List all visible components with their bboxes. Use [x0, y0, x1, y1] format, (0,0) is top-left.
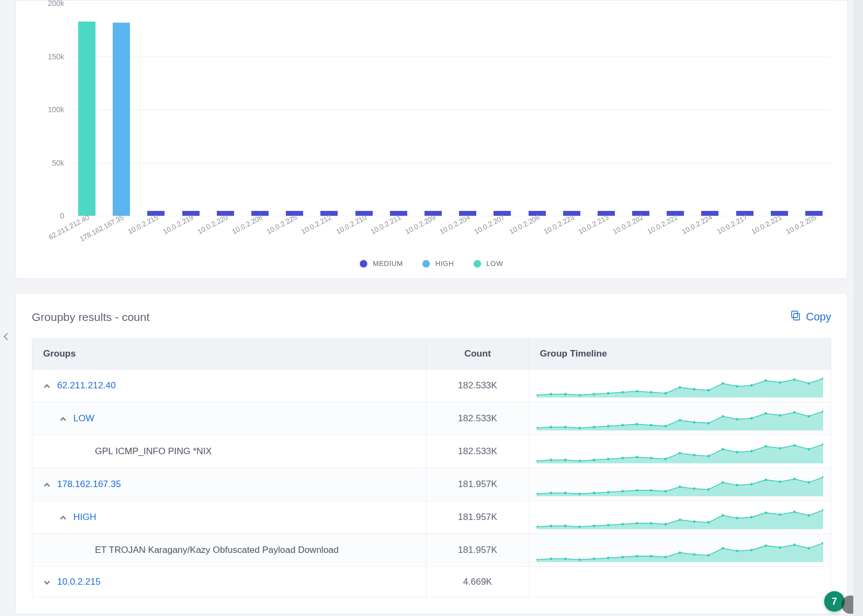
panel-collapse-handle[interactable]: [1, 329, 11, 344]
bar-group[interactable]: 10.0.2.219: [174, 3, 208, 216]
legend-item-low[interactable]: LOW: [474, 259, 503, 268]
bar-group[interactable]: 10.0.2.204: [450, 3, 485, 216]
chevron-up-icon[interactable]: [43, 382, 51, 389]
svg-point-71: [621, 490, 624, 492]
svg-point-51: [636, 456, 638, 458]
svg-point-62: [793, 444, 796, 447]
bar-group[interactable]: 10.0.2.217: [728, 3, 762, 216]
x-tick: 10.0.2.206: [508, 213, 540, 236]
bar-group[interactable]: 10.0.2.225: [277, 3, 312, 216]
svg-point-14: [707, 389, 709, 392]
svg-point-93: [636, 522, 638, 525]
y-tick: 50k: [37, 159, 64, 167]
svg-point-54: [679, 452, 681, 455]
groupby-table: Groups Count Group Timeline 62.211.212.4…: [32, 338, 831, 598]
x-tick: 10.0.2.219: [161, 213, 194, 236]
group-link[interactable]: 62.211.212.40: [57, 380, 116, 391]
bar-group[interactable]: 10.0.2.208: [243, 3, 277, 216]
bar-group[interactable]: 10.0.2.212: [312, 3, 346, 216]
legend-swatch: [360, 260, 367, 268]
bar-group[interactable]: 10.0.2.211: [381, 3, 416, 216]
svg-point-27: [593, 426, 595, 428]
svg-point-57: [722, 448, 724, 450]
sparkline-cell: [529, 501, 831, 534]
svg-point-66: [550, 492, 552, 495]
svg-point-102: [765, 511, 767, 514]
svg-point-9: [636, 390, 638, 393]
col-groups[interactable]: Groups: [32, 339, 427, 369]
bar-group[interactable]: 62.211.212.40: [70, 3, 104, 216]
bar-group[interactable]: 10.0.2.222: [658, 3, 693, 216]
svg-point-4: [564, 393, 566, 395]
svg-point-95: [665, 523, 667, 525]
svg-rect-0: [794, 313, 800, 320]
svg-point-53: [665, 458, 667, 461]
count-cell: 181.957K: [427, 468, 529, 501]
svg-point-88: [564, 525, 566, 528]
sparkline: [537, 440, 823, 463]
svg-point-20: [793, 378, 796, 381]
sparkline-cell: [529, 534, 831, 567]
x-tick: 10.0.2.225: [265, 213, 298, 236]
bar-group[interactable]: 10.0.2.220: [208, 3, 243, 216]
svg-point-84: [807, 481, 810, 484]
svg-point-115: [650, 555, 652, 558]
svg-point-61: [779, 447, 781, 450]
bar-group[interactable]: 10.0.2.205: [797, 3, 831, 216]
bar-group[interactable]: 10.0.2.206: [519, 3, 554, 216]
svg-point-37: [736, 418, 738, 421]
x-tick: 10.0.2.211: [369, 213, 402, 236]
bar[interactable]: [78, 22, 95, 216]
x-tick: 10.0.2.221: [750, 213, 783, 236]
svg-point-34: [693, 421, 695, 423]
chevron-up-icon[interactable]: [59, 514, 67, 521]
sparkline: [537, 473, 823, 496]
sparkline-cell: [529, 402, 831, 435]
y-tick: 0: [37, 211, 64, 220]
col-timeline[interactable]: Group Timeline: [529, 339, 831, 369]
legend-item-medium[interactable]: MEDIUM: [360, 259, 403, 268]
group-link[interactable]: LOW: [73, 413, 94, 424]
svg-point-70: [607, 491, 609, 494]
svg-point-80: [750, 483, 752, 485]
x-tick: 10.0.2.222: [646, 213, 679, 236]
svg-point-89: [578, 525, 580, 528]
bar[interactable]: [113, 23, 130, 216]
bar-group[interactable]: 10.0.2.209: [416, 3, 450, 216]
legend-item-high[interactable]: HIGH: [422, 259, 454, 268]
svg-point-108: [550, 558, 552, 560]
x-tick: 10.0.2.204: [439, 213, 471, 236]
group-link[interactable]: 178.162.167.35: [57, 479, 121, 490]
chevron-up-icon[interactable]: [59, 415, 67, 422]
svg-point-26: [578, 427, 580, 429]
sparkline: [537, 538, 823, 562]
chevron-up-icon[interactable]: [43, 481, 51, 488]
bar-group[interactable]: 10.0.2.224: [693, 3, 727, 216]
svg-point-25: [564, 426, 566, 428]
bar-group[interactable]: 178.162.167.35: [104, 3, 139, 216]
svg-point-48: [593, 458, 595, 461]
bar-group[interactable]: 10.0.2.223: [554, 3, 589, 216]
bar-group[interactable]: 10.0.2.215: [139, 3, 173, 216]
group-link[interactable]: 10.0.2.215: [57, 577, 100, 587]
svg-point-118: [693, 553, 695, 556]
bar-group[interactable]: 10.0.2.202: [624, 3, 658, 216]
col-count[interactable]: Count: [427, 339, 529, 369]
bar-group[interactable]: 10.0.2.210: [347, 3, 381, 216]
svg-point-50: [621, 457, 624, 460]
svg-point-16: [736, 385, 738, 388]
svg-point-67: [564, 492, 566, 495]
svg-point-111: [593, 558, 595, 560]
bar-group[interactable]: 10.0.2.207: [485, 3, 519, 216]
chevron-down-icon[interactable]: [43, 578, 51, 586]
legend-label: MEDIUM: [373, 259, 403, 268]
copy-button[interactable]: Copy: [790, 310, 831, 324]
x-tick: 10.0.2.217: [715, 213, 748, 236]
group-link[interactable]: HIGH: [73, 512, 97, 523]
bar-group[interactable]: 10.0.2.213: [589, 3, 624, 216]
secondary-badge[interactable]: [841, 596, 860, 614]
bar-group[interactable]: 10.0.2.221: [762, 3, 797, 216]
groupby-title: Groupby results - count: [32, 311, 149, 324]
svg-point-52: [650, 457, 652, 460]
table-row: 178.162.167.35181.957K: [32, 468, 831, 501]
